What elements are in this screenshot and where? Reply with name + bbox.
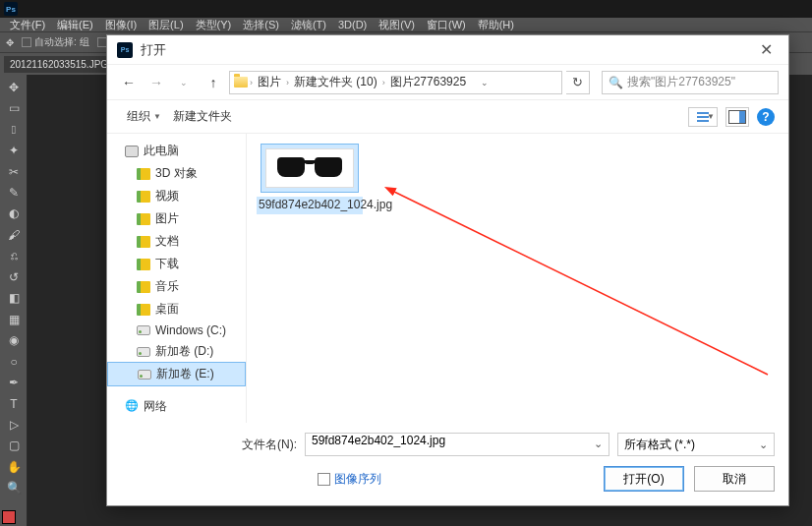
marquee-tool[interactable]: ▭	[2, 98, 26, 117]
folder-icon	[137, 213, 150, 225]
tree-music[interactable]: 音乐	[107, 275, 246, 298]
eyedropper-tool[interactable]: ✎	[2, 183, 26, 202]
drive-icon	[137, 325, 150, 335]
view-mode-button[interactable]: ▼	[688, 107, 718, 127]
folder-tree: 此电脑 3D 对象 视频 图片 文档 下载 音乐 桌面 Windows (C:)…	[107, 134, 247, 423]
type-tool[interactable]: T	[2, 394, 26, 413]
open-dialog: Ps 打开 ✕ ← → ⌄ ↑ › 图片 › 新建文件夹 (10) › 图片27…	[106, 34, 789, 506]
menu-3d[interactable]: 3D(D)	[332, 18, 373, 31]
image-sequence-checkbox[interactable]: 图像序列	[318, 471, 381, 488]
pen-tool[interactable]: ✒	[2, 373, 26, 391]
menu-edit[interactable]: 编辑(E)	[51, 18, 99, 31]
tree-3d-objects[interactable]: 3D 对象	[107, 162, 246, 185]
tree-pictures[interactable]: 图片	[107, 207, 246, 230]
menu-image[interactable]: 图像(I)	[99, 18, 143, 31]
menu-type[interactable]: 类型(Y)	[190, 18, 238, 31]
blur-tool[interactable]: ◉	[2, 330, 26, 349]
menu-layer[interactable]: 图层(L)	[143, 18, 189, 31]
foreground-color[interactable]	[2, 510, 16, 524]
up-button[interactable]: ↑	[202, 71, 225, 94]
cancel-button[interactable]: 取消	[694, 466, 775, 492]
folder-icon	[234, 77, 248, 88]
back-button[interactable]: ←	[117, 71, 141, 94]
folder-icon	[137, 259, 150, 270]
dialog-footer: 文件名(N): 59fd874e2b402_1024.jpg 所有格式 (*.*…	[107, 423, 788, 505]
auto-select-option[interactable]: 自动选择:组	[22, 35, 89, 49]
tree-network[interactable]: 网络	[107, 395, 246, 418]
shape-tool[interactable]: ▢	[2, 437, 26, 455]
filename-input[interactable]: 59fd874e2b402_1024.jpg	[305, 433, 609, 456]
file-thumbnail	[261, 144, 359, 193]
breadcrumb-item[interactable]: 图片27763925	[387, 74, 469, 90]
tree-drive-c[interactable]: Windows (C:)	[107, 321, 246, 340]
preview-pane-button[interactable]	[725, 107, 749, 127]
menu-file[interactable]: 文件(F)	[4, 18, 51, 31]
help-button[interactable]: ?	[757, 108, 775, 126]
file-type-filter[interactable]: 所有格式 (*.*)	[617, 433, 775, 456]
filename-label: 文件名(N):	[242, 437, 297, 453]
svg-line-0	[392, 191, 768, 375]
address-bar[interactable]: › 图片 › 新建文件夹 (10) › 图片27763925 ⌄	[229, 71, 562, 94]
lasso-tool[interactable]: 𓍯	[2, 120, 26, 139]
hand-tool[interactable]: ✋	[2, 457, 26, 476]
panel-icon	[728, 110, 746, 124]
folder-icon	[137, 281, 150, 293]
dialog-navbar: ← → ⌄ ↑ › 图片 › 新建文件夹 (10) › 图片27763925 ⌄…	[107, 65, 788, 100]
move-tool-indicator: ✥	[6, 37, 14, 48]
color-swatches[interactable]	[0, 508, 27, 526]
refresh-button[interactable]: ↻	[566, 71, 590, 94]
folder-icon	[137, 304, 150, 316]
search-input[interactable]: 🔍 搜索"图片27763925"	[602, 71, 779, 94]
zoom-tool[interactable]: 🔍	[2, 479, 26, 497]
tree-videos[interactable]: 视频	[107, 185, 246, 207]
crop-tool[interactable]: ✂	[2, 162, 26, 181]
forward-button[interactable]: →	[145, 71, 168, 94]
heal-tool[interactable]: ◐	[2, 205, 26, 223]
wand-tool[interactable]: ✦	[2, 141, 26, 159]
menu-help[interactable]: 帮助(H)	[472, 18, 520, 31]
eraser-tool[interactable]: ◧	[2, 289, 26, 308]
checkbox-icon	[318, 473, 330, 486]
tree-drive-e[interactable]: 新加卷 (E:)	[107, 362, 246, 386]
breadcrumb-item[interactable]: 新建文件夹 (10)	[291, 74, 380, 90]
ps-icon: Ps	[117, 42, 133, 58]
organize-button[interactable]: 组织▼	[121, 104, 167, 129]
folder-icon	[137, 236, 150, 248]
menu-filter[interactable]: 滤镜(T)	[285, 18, 332, 31]
dodge-tool[interactable]: ○	[2, 352, 26, 371]
tree-documents[interactable]: 文档	[107, 230, 246, 253]
move-tool[interactable]: ✥	[2, 78, 26, 96]
tree-downloads[interactable]: 下载	[107, 253, 246, 275]
dialog-toolbar: 组织▼ 新建文件夹 ▼ ?	[107, 100, 788, 134]
image-sequence-label: 图像序列	[334, 471, 381, 488]
auto-select-target: 组	[80, 35, 89, 49]
search-placeholder: 搜索"图片27763925"	[627, 74, 735, 90]
tree-desktop[interactable]: 桌面	[107, 298, 246, 321]
open-button[interactable]: 打开(O)	[604, 466, 684, 492]
dialog-title: 打开	[141, 41, 754, 59]
menu-window[interactable]: 窗口(W)	[421, 18, 472, 31]
brush-tool[interactable]: 🖌	[2, 225, 26, 244]
chevron-down-icon[interactable]: ⌄	[469, 78, 489, 88]
gradient-tool[interactable]: ▦	[2, 310, 26, 328]
file-list-pane[interactable]: 59fd874e2b402_1024.jpg	[247, 134, 788, 423]
chevron-right-icon: ›	[248, 78, 255, 88]
tree-drive-d[interactable]: 新加卷 (D:)	[107, 340, 246, 363]
close-button[interactable]: ✕	[754, 40, 779, 59]
file-item[interactable]: 59fd874e2b402_1024.jpg	[257, 144, 363, 214]
search-icon: 🔍	[609, 76, 623, 89]
dialog-titlebar: Ps 打开 ✕	[107, 35, 788, 65]
menu-select[interactable]: 选择(S)	[237, 18, 285, 31]
chevron-right-icon: ›	[284, 78, 291, 88]
tree-this-pc[interactable]: 此电脑	[107, 140, 246, 162]
sunglasses-image	[277, 157, 342, 179]
menu-view[interactable]: 视图(V)	[373, 18, 421, 31]
chevron-down-icon: ▼	[153, 112, 161, 121]
new-folder-button[interactable]: 新建文件夹	[167, 104, 238, 129]
breadcrumb-item[interactable]: 图片	[255, 74, 284, 90]
chevron-down-icon: ▼	[707, 112, 715, 121]
history-brush-tool[interactable]: ↺	[2, 267, 26, 286]
recent-dropdown[interactable]: ⌄	[172, 71, 196, 94]
stamp-tool[interactable]: ⎌	[2, 247, 26, 265]
path-tool[interactable]: ▷	[2, 415, 26, 434]
